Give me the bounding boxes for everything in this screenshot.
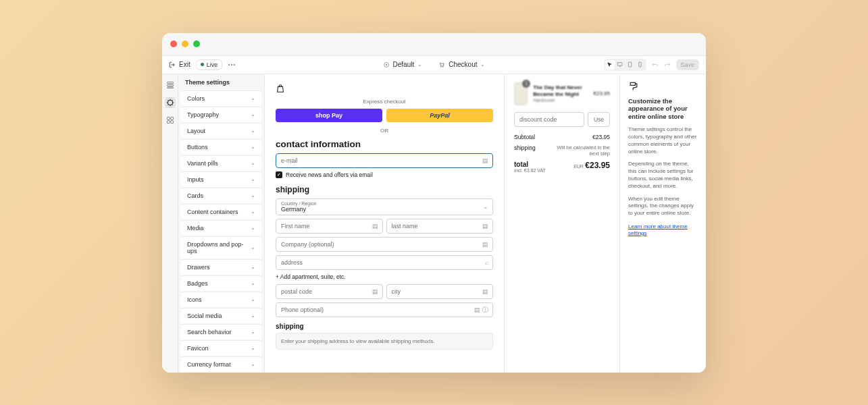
checkout-summary: 1 The Day that Never Became the Night Ha… [505, 74, 619, 373]
chevron-down-icon: ⌄ [251, 95, 255, 101]
sidebar-item-buttons[interactable]: Buttons⌄ [180, 139, 262, 155]
viewport-desktop-icon[interactable] [615, 60, 625, 70]
autofill-icon[interactable]: ▤ [482, 241, 488, 248]
autofill-icon[interactable]: ▤ [474, 306, 480, 313]
autofill-icon[interactable]: ▤ [482, 288, 488, 295]
paypal-button[interactable]: PayPal [386, 109, 493, 122]
country-select[interactable]: Country / Region Germany ⌄ [276, 198, 493, 215]
sidebar-item-drawers[interactable]: Drawers⌄ [180, 259, 262, 275]
save-button[interactable]: Save [676, 59, 700, 70]
maximize-window-icon[interactable] [193, 40, 200, 47]
phone-field[interactable]: Phone optional)ⓘ▤ [276, 302, 493, 317]
sidebar-item-typography[interactable]: Typography⌄ [180, 107, 262, 122]
sections-tab-icon[interactable] [165, 80, 176, 90]
first-name-field[interactable]: First name▤ [276, 219, 383, 234]
autofill-icon[interactable]: ▤ [372, 288, 378, 295]
chevron-down-icon: ⌄ [251, 225, 255, 231]
page-dropdown[interactable]: Checkout ⌄ [438, 61, 485, 68]
close-window-icon[interactable] [170, 40, 177, 47]
chevron-down-icon: ⌄ [251, 280, 255, 286]
undo-icon[interactable] [652, 61, 659, 68]
viewport-inspect-icon[interactable] [605, 60, 615, 70]
sidebar-item-social-media[interactable]: Social media⌄ [180, 308, 262, 323]
sidebar-item-favicon[interactable]: Favicon⌄ [180, 340, 262, 356]
svg-rect-14 [167, 117, 170, 119]
sidebar-item-inputs[interactable]: Inputs⌄ [180, 171, 262, 187]
live-pill[interactable]: Live [196, 59, 223, 70]
panel-text-2: Depending on the theme, this can include… [628, 161, 698, 190]
theme-settings-tab-icon[interactable] [165, 97, 176, 108]
svg-rect-16 [167, 120, 170, 123]
editor-body: Theme settings Colors⌄ Typography⌄ Layou… [162, 74, 706, 373]
sidebar-item-layout[interactable]: Layout⌄ [180, 123, 262, 138]
redo-icon[interactable] [664, 61, 671, 68]
panel-text-1: Theme settings control the colors, typog… [628, 126, 698, 155]
bag-icon [276, 84, 285, 93]
checkout-main: Express checkout shop Pay PayPal OR cont… [265, 74, 505, 373]
product-price: €23.95 [594, 90, 610, 97]
shipping-method-heading: shipping [276, 323, 493, 330]
chevron-down-icon: ⌄ [251, 209, 255, 215]
live-label: Live [207, 61, 218, 68]
sidebar: Theme settings Colors⌄ Typography⌄ Layou… [178, 74, 265, 373]
editor-window: Exit Live Default ⌄ Checkout ⌄ [162, 33, 706, 373]
sidebar-item-colors[interactable]: Colors⌄ [180, 90, 262, 106]
chevron-down-icon: ⌄ [483, 203, 488, 210]
panel-title: Customize the appearance of your entire … [628, 97, 698, 122]
address-field[interactable]: address⌕ [276, 255, 493, 270]
sidebar-item-icons[interactable]: Icons⌄ [180, 292, 262, 307]
last-name-field[interactable]: last name▤ [386, 219, 494, 234]
newsletter-checkbox-row[interactable]: ✓ Receive news and offers via email [276, 171, 493, 178]
or-separator: OR [276, 128, 493, 134]
chevron-down-icon: ⌄ [251, 128, 255, 134]
titlebar [162, 33, 706, 56]
minimize-window-icon[interactable] [182, 40, 188, 47]
company-field[interactable]: Company (optional)▤ [276, 237, 493, 252]
more-icon[interactable] [228, 61, 236, 69]
svg-rect-11 [167, 84, 173, 86]
template-icon [383, 61, 390, 68]
autofill-icon[interactable]: ▤ [482, 223, 488, 230]
email-field[interactable]: e-mail ▤ [276, 153, 493, 168]
info-panel: Customize the appearance of your entire … [619, 74, 706, 373]
chevron-down-icon: ⌄ [251, 313, 255, 319]
product-variant: Hardcover [533, 98, 588, 103]
svg-point-1 [231, 64, 232, 65]
template-label: Default [393, 61, 415, 68]
svg-rect-8 [628, 62, 632, 67]
discount-field[interactable]: discount code [514, 112, 584, 127]
svg-rect-10 [167, 82, 173, 83]
sidebar-item-media[interactable]: Media⌄ [180, 220, 262, 236]
search-icon[interactable]: ⌕ [485, 259, 488, 266]
postal-code-field[interactable]: postal code▤ [276, 284, 383, 299]
product-thumbnail: 1 [514, 82, 528, 105]
template-dropdown[interactable]: Default ⌄ [383, 61, 423, 68]
chevron-down-icon: ⌄ [251, 176, 255, 182]
svg-rect-15 [170, 117, 173, 119]
info-icon[interactable]: ⓘ [482, 305, 488, 314]
city-field[interactable]: city▤ [386, 284, 494, 299]
contact-heading: contact information [276, 139, 493, 149]
chevron-down-icon: ⌄ [251, 296, 255, 302]
apply-discount-button[interactable]: Use [588, 112, 610, 127]
viewport-mobile-icon[interactable] [636, 60, 645, 70]
add-apartment-link[interactable]: + Add apartment, suite, etc. [276, 273, 493, 280]
viewport-tablet-icon[interactable] [626, 60, 635, 70]
svg-rect-17 [170, 120, 173, 123]
sidebar-item-badges[interactable]: Badges⌄ [180, 275, 262, 291]
sidebar-item-currency-format[interactable]: Currency format⌄ [180, 356, 262, 372]
chevron-down-icon: ⌄ [251, 361, 255, 367]
sidebar-item-content-containers[interactable]: Content containers⌄ [180, 204, 262, 219]
panel-learn-more-link[interactable]: Learn more about theme settings [628, 223, 688, 236]
sidebar-item-cards[interactable]: Cards⌄ [180, 188, 262, 203]
sidebar-item-dropdowns[interactable]: Dropdowns and pop-ups⌄ [180, 236, 262, 259]
shoppay-button[interactable]: shop Pay [276, 109, 382, 122]
apps-tab-icon[interactable] [165, 115, 176, 126]
sidebar-item-variant-pills[interactable]: Variant pills⌄ [180, 155, 262, 171]
autofill-icon[interactable]: ▤ [482, 157, 488, 164]
chevron-down-icon: ⌄ [251, 144, 255, 150]
autofill-icon[interactable]: ▤ [372, 223, 378, 230]
panel-text-3: When you edit theme settings, the change… [628, 196, 698, 217]
exit-button[interactable]: Exit [169, 61, 190, 68]
sidebar-item-search-behavior[interactable]: Search behavior⌄ [180, 324, 262, 340]
